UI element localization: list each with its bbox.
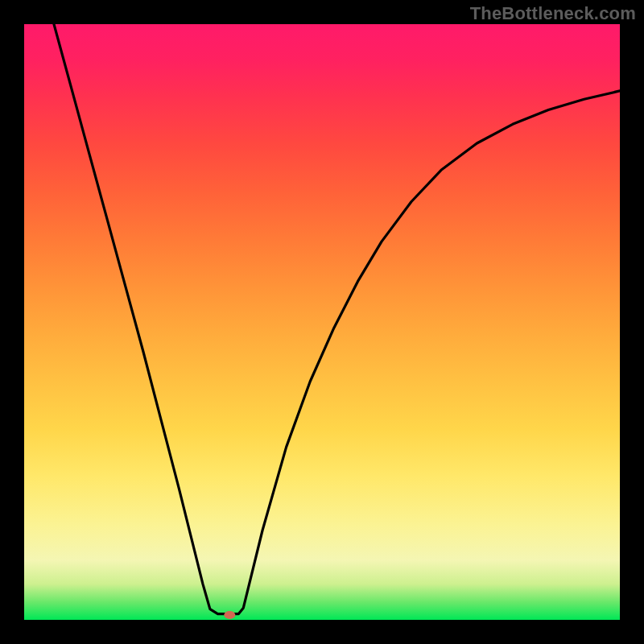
watermark-text: TheBottleneck.com bbox=[470, 3, 636, 24]
chart-frame: TheBottleneck.com bbox=[0, 0, 644, 644]
chart-background-gradient bbox=[24, 24, 620, 620]
